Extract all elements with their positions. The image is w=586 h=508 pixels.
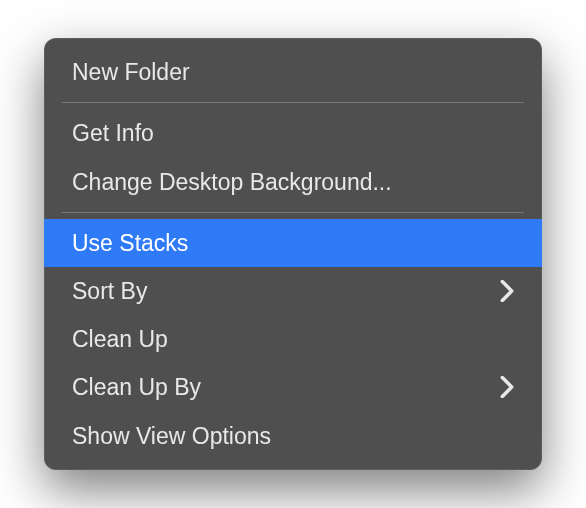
menu-item-change-desktop-background[interactable]: Change Desktop Background... [44, 158, 542, 206]
menu-item-new-folder[interactable]: New Folder [44, 48, 542, 96]
menu-separator [62, 102, 524, 103]
menu-item-label: Change Desktop Background... [72, 166, 392, 198]
menu-item-show-view-options[interactable]: Show View Options [44, 412, 542, 460]
menu-item-label: New Folder [72, 56, 190, 88]
menu-item-label: Use Stacks [72, 227, 188, 259]
menu-item-use-stacks[interactable]: Use Stacks [44, 219, 542, 267]
menu-item-sort-by[interactable]: Sort By [44, 267, 542, 315]
menu-item-label: Sort By [72, 275, 147, 307]
menu-item-clean-up[interactable]: Clean Up [44, 315, 542, 363]
menu-separator [62, 212, 524, 213]
context-menu: New Folder Get Info Change Desktop Backg… [44, 38, 542, 470]
menu-item-label: Get Info [72, 117, 154, 149]
menu-item-label: Show View Options [72, 420, 271, 452]
menu-item-clean-up-by[interactable]: Clean Up By [44, 363, 542, 411]
chevron-right-icon [500, 376, 514, 398]
menu-item-label: Clean Up [72, 323, 168, 355]
menu-item-label: Clean Up By [72, 371, 201, 403]
menu-item-get-info[interactable]: Get Info [44, 109, 542, 157]
chevron-right-icon [500, 280, 514, 302]
